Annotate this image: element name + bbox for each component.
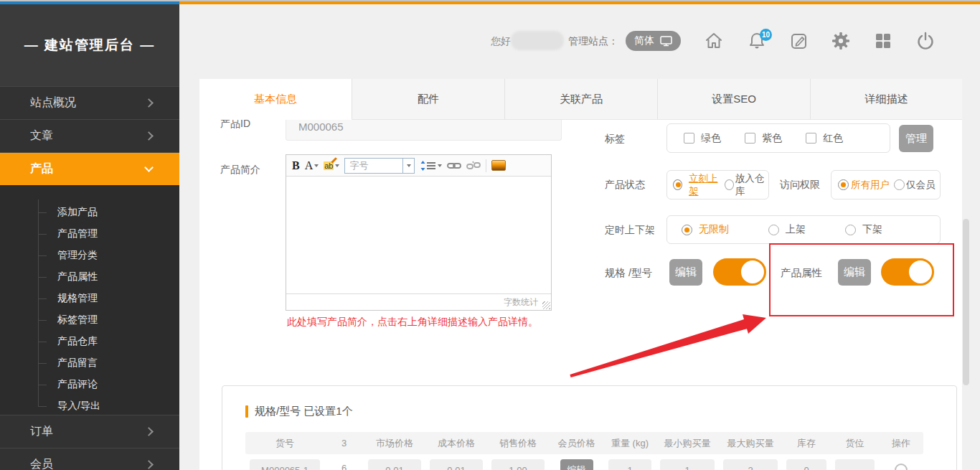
font-size-select[interactable]: 字号 xyxy=(344,158,415,174)
grid-icon[interactable] xyxy=(873,31,893,51)
radio-selected-icon[interactable] xyxy=(682,225,692,235)
language-button[interactable]: 简体 xyxy=(626,31,681,51)
tab-accessories[interactable]: 配件 xyxy=(352,79,505,120)
line-height-dropdown[interactable] xyxy=(420,160,442,171)
attr-edit-button[interactable]: 编辑 xyxy=(838,259,871,286)
schedule-option-unlimited[interactable]: 无限制 xyxy=(682,223,729,236)
radio-selected-icon[interactable] xyxy=(838,179,849,190)
edit-icon[interactable] xyxy=(789,31,809,51)
font-color-dropdown[interactable]: A xyxy=(305,159,319,172)
submenu-label: 标签管理 xyxy=(57,314,98,326)
sidebar-item-orders[interactable]: 订单 xyxy=(0,415,179,448)
gear-icon[interactable] xyxy=(831,31,851,51)
sidebar-item-members[interactable]: 会员 xyxy=(0,448,179,470)
stock-field[interactable]: 0 xyxy=(786,459,826,470)
tab-detail-description[interactable]: 详细描述 xyxy=(811,79,962,120)
col-header: 销售价格 xyxy=(487,432,549,454)
tab-seo-settings[interactable]: 设置SEO xyxy=(658,79,811,120)
tag-option-green[interactable]: 绿色 xyxy=(684,132,721,145)
submenu-item-product-manage[interactable]: 产品管理 xyxy=(0,223,179,245)
submenu-item-import-export[interactable]: 导入/导出 xyxy=(0,395,179,417)
submenu-item-attributes[interactable]: 产品属性 xyxy=(0,266,179,288)
submenu-item-categories[interactable]: 管理分类 xyxy=(0,245,179,266)
sidebar-item-articles[interactable]: 文章 xyxy=(0,119,179,152)
unlink-icon[interactable] xyxy=(466,160,481,171)
schedule-option-on-shelf[interactable]: 上架 xyxy=(768,223,806,236)
submenu-item-warehouse[interactable]: 产品仓库 xyxy=(0,331,179,352)
editor-body[interactable] xyxy=(286,177,551,293)
manage-tags-button[interactable]: 管理 xyxy=(899,125,933,152)
scrollbar-thumb[interactable] xyxy=(963,219,969,385)
tab-related-products[interactable]: 关联产品 xyxy=(505,79,658,120)
link-icon[interactable] xyxy=(447,161,461,171)
checkbox-icon[interactable] xyxy=(684,133,694,144)
schedule-label: 定时上下架 xyxy=(605,224,655,237)
radio-selected-icon[interactable] xyxy=(673,179,682,190)
col-header: 重量 (kg) xyxy=(604,432,656,454)
sidebar-item-label: 订单 xyxy=(30,424,53,439)
checkbox-icon[interactable] xyxy=(745,133,755,144)
checkbox-icon[interactable] xyxy=(806,133,816,144)
min-buy-field[interactable]: 1 xyxy=(660,459,715,470)
tags-group: 绿色 紫色 红色 xyxy=(666,123,890,153)
font-color-icon: A xyxy=(305,159,314,172)
access-option-all-users[interactable]: 所有用户 xyxy=(838,179,890,192)
sku-field[interactable]: M000065-1 xyxy=(250,459,320,470)
radio-icon[interactable] xyxy=(725,179,734,190)
app-window: — 建站管理后台 — 站点概况 文章 产品 添加产品 产品管理 管理分类 产品属… xyxy=(0,0,980,470)
resize-grip[interactable] xyxy=(542,301,550,309)
tab-label: 详细描述 xyxy=(865,93,908,106)
max-buy-field[interactable]: 2 xyxy=(723,459,778,470)
slot-field[interactable] xyxy=(835,459,875,470)
manage-site-label: 管理站点： xyxy=(568,35,618,48)
schedule-option-off-shelf[interactable]: 下架 xyxy=(845,223,882,236)
attr-toggle-on[interactable] xyxy=(881,258,933,286)
submenu-item-messages[interactable]: 产品留言 xyxy=(0,352,179,374)
updown-arrows-icon xyxy=(420,160,426,171)
sidebar-item-site-overview[interactable]: 站点概况 xyxy=(0,86,179,119)
cost-price-field[interactable]: 0.01 xyxy=(430,459,483,470)
power-icon[interactable] xyxy=(915,31,936,51)
sale-price-field[interactable]: 1.00 xyxy=(491,459,545,470)
weight-field[interactable]: 1 xyxy=(608,459,651,470)
option-label: 无限制 xyxy=(699,223,729,236)
language-label: 简体 xyxy=(634,34,654,47)
member-price-edit-button[interactable]: 编辑 xyxy=(560,459,593,470)
status-option-warehouse[interactable]: 放入仓库 xyxy=(725,172,768,198)
access-option-members-only[interactable]: 仅会员 xyxy=(894,179,936,192)
home-icon[interactable] xyxy=(704,31,724,51)
editor-toolbar: B A ab 字号 xyxy=(286,155,551,177)
market-price-field[interactable]: 0.01 xyxy=(368,459,421,470)
insert-image-icon[interactable] xyxy=(491,160,506,171)
submenu-item-specs[interactable]: 规格管理 xyxy=(0,288,179,309)
tag-option-red[interactable]: 红色 xyxy=(806,132,843,145)
sidebar-item-products[interactable]: 产品 xyxy=(0,152,179,185)
radio-icon[interactable] xyxy=(768,225,779,235)
row-col3-value: 6 xyxy=(341,463,347,470)
spec-edit-button[interactable]: 编辑 xyxy=(669,259,702,286)
app-logo: — 建站管理后台 — xyxy=(0,4,179,86)
select-dropdown-button[interactable] xyxy=(402,159,414,173)
product-intro-label: 产品简介 xyxy=(220,164,260,177)
option-label: 所有用户 xyxy=(851,179,890,192)
radio-icon[interactable] xyxy=(845,225,856,235)
submenu-label: 产品管理 xyxy=(57,227,98,240)
submenu-item-tags[interactable]: 标签管理 xyxy=(0,309,179,331)
schedule-group: 无限制 上架 下架 xyxy=(666,215,941,244)
tab-basic-info[interactable]: 基本信息 xyxy=(199,79,352,120)
submenu-label: 添加产品 xyxy=(57,206,98,219)
radio-icon[interactable] xyxy=(894,179,905,190)
tag-option-purple[interactable]: 紫色 xyxy=(745,132,782,145)
submenu-item-reviews[interactable]: 产品评论 xyxy=(0,374,179,395)
spec-title-text: 规格/型号 已设置1个 xyxy=(255,405,353,418)
col-header: 货号 xyxy=(245,432,324,454)
row-action-icon[interactable] xyxy=(895,464,908,470)
option-label: 仅会员 xyxy=(906,179,936,192)
status-option-publish-now[interactable]: 立刻上架 xyxy=(673,172,722,198)
bold-icon[interactable]: B xyxy=(292,159,300,172)
spec-toggle-on[interactable] xyxy=(713,258,765,286)
submenu-label: 导入/导出 xyxy=(57,400,100,413)
highlight-dropdown[interactable]: ab xyxy=(324,161,339,170)
submenu-item-add-product[interactable]: 添加产品 xyxy=(0,202,179,223)
option-label: 上架 xyxy=(786,223,806,236)
